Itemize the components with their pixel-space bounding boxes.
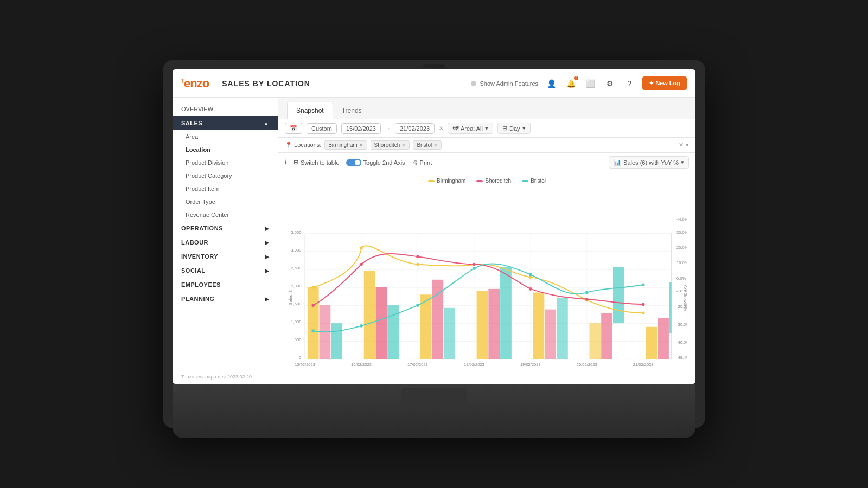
tablet-icon[interactable]: ⬜ [584,77,597,90]
sidebar-overview[interactable]: OVERVIEW [173,102,278,116]
location-tag-birmingham[interactable]: Birmingham ✕ [324,140,367,150]
calendar-icon-btn[interactable]: 📅 [285,123,302,134]
svg-text:3,500: 3,500 [291,230,302,235]
sidebar-item-product-division[interactable]: Product Division [173,156,278,169]
svg-text:10.0%: 10.0% [676,260,687,265]
svg-rect-49 [646,327,657,359]
svg-rect-48 [589,323,601,359]
date-clear-btn[interactable]: ✕ [439,125,443,131]
svg-text:0: 0 [299,355,301,360]
sidebar-section-social[interactable]: SOCIAL ▶ [173,264,278,278]
sidebar-section-sales[interactable]: SALES ▲ [173,116,278,130]
svg-point-71 [311,304,315,307]
expand-locations-btn[interactable]: ▾ [686,142,689,149]
social-chevron: ▶ [265,268,270,274]
admin-toggle-label: Show Admin Features [480,80,538,87]
tab-trends[interactable]: Trends [333,102,371,119]
location-tag-bristol[interactable]: Bristol ✕ [413,140,442,150]
date-from-input[interactable]: 15/02/2023 [341,123,381,134]
tab-snapshot[interactable]: Snapshot [287,102,333,119]
svg-rect-55 [601,313,612,359]
granularity-chevron: ▾ [522,125,526,132]
sidebar-item-product-item[interactable]: Product Item [173,182,278,195]
remove-bristol[interactable]: ✕ [433,143,438,148]
svg-text:20/02/2023: 20/02/2023 [577,362,597,367]
toggle-2nd-axis-btn[interactable]: Toggle 2nd Axis [346,159,405,166]
sidebar-item-location[interactable]: Location [173,143,278,156]
svg-rect-57 [331,323,342,359]
notification-icon[interactable]: 🔔 2 [564,77,577,90]
notification-badge: 2 [574,76,578,80]
sidebar-section-labour[interactable]: LABOUR ▶ [173,235,278,249]
sidebar-item-product-category[interactable]: Product Category [173,169,278,182]
svg-point-70 [642,311,645,314]
app-logo: Tenzo [181,76,209,91]
svg-text:3,000: 3,000 [291,248,302,253]
page-title: SALES BY LOCATION [222,79,310,88]
info-btn[interactable]: ℹ [285,159,287,166]
sidebar-item-revenue-center[interactable]: Revenue Center [173,208,278,221]
svg-text:500: 500 [295,337,302,342]
print-btn[interactable]: 🖨 Print [412,159,432,166]
svg-point-84 [642,283,645,286]
svg-rect-45 [420,294,432,359]
version-text: Tenzo v.webapp-dev-2023.02.20 [173,370,278,384]
sidebar-section-planning[interactable]: PLANNING ▶ [173,292,278,306]
svg-point-78 [311,329,315,332]
date-type-filter[interactable]: Custom [307,123,337,134]
user-icon[interactable]: 👤 [545,77,558,90]
sidebar-section-operations[interactable]: OPERATIONS ▶ [173,221,278,235]
svg-rect-56 [658,318,669,359]
svg-point-79 [360,324,363,328]
table-icon: ⊞ [293,159,298,166]
svg-rect-43 [308,287,319,359]
legend-birmingham: Birmingham [428,178,465,184]
svg-point-83 [585,291,589,294]
labour-chevron: ▶ [265,240,270,246]
svg-point-64 [311,286,315,289]
svg-rect-47 [533,292,545,359]
date-to-input[interactable]: 21/02/2023 [395,123,435,134]
trackpad [401,388,467,407]
help-icon[interactable]: ? [623,77,636,90]
sidebar-section-inventory[interactable]: INVENTORY ▶ [173,249,278,264]
remove-birmingham[interactable]: ✕ [359,143,363,148]
settings-icon[interactable]: ⚙ [603,77,616,90]
sidebar-item-order-type[interactable]: Order Type [173,195,278,208]
chart-svg: 0 500 1,000 1,500 2,000 2,500 3,000 3,50… [287,187,687,384]
svg-rect-62 [613,267,624,323]
clear-locations-btn[interactable]: ✕ [679,142,684,149]
area-chevron: ▾ [485,125,488,132]
area-icon: 🗺 [452,125,458,132]
toggle-switch[interactable] [346,159,361,166]
svg-rect-46 [477,291,488,359]
svg-point-77 [642,303,645,306]
sidebar-item-area[interactable]: Area [173,130,278,143]
svg-text:19/02/2023: 19/02/2023 [520,362,541,367]
svg-rect-44 [364,271,375,359]
svg-rect-53 [488,289,500,359]
chart-area: Birmingham Shoreditch Bristol [278,172,695,384]
remove-shoreditch[interactable]: ✕ [401,143,406,148]
chart-toolbar: ℹ ⊞ Switch to table Toggle 2nd Axis 🖨 Pr… [278,153,695,172]
operations-chevron: ▶ [265,226,270,232]
svg-text:20.0%: 20.0% [676,245,687,250]
sidebar-section-employees[interactable]: EMPLOYEES [173,278,278,292]
granularity-filter[interactable]: ⊟ Day ▾ [497,123,531,134]
svg-text:-48.4%: -48.4% [676,355,687,360]
admin-toggle[interactable]: Show Admin Features [471,80,538,87]
print-icon: 🖨 [412,159,418,166]
svg-point-80 [416,304,419,307]
svg-text:Sales, £: Sales, £ [288,290,293,305]
svg-rect-51 [375,287,387,359]
svg-text:17/02/2023: 17/02/2023 [407,362,428,367]
area-filter[interactable]: 🗺 Area: All ▾ [448,123,493,134]
filter-icon: ⊟ [502,125,507,132]
new-log-button[interactable]: ✦ New Log [642,76,687,90]
switch-to-table-btn[interactable]: ⊞ Switch to table [293,159,340,166]
date-arrow: → [385,125,391,131]
sales-metric-dropdown[interactable]: 📊 Sales (6) with YoY % ▾ [609,156,689,169]
sales-chevron: ▲ [264,120,269,126]
svg-point-73 [416,255,419,258]
location-tag-shoreditch[interactable]: Shoreditch ✕ [371,140,410,150]
